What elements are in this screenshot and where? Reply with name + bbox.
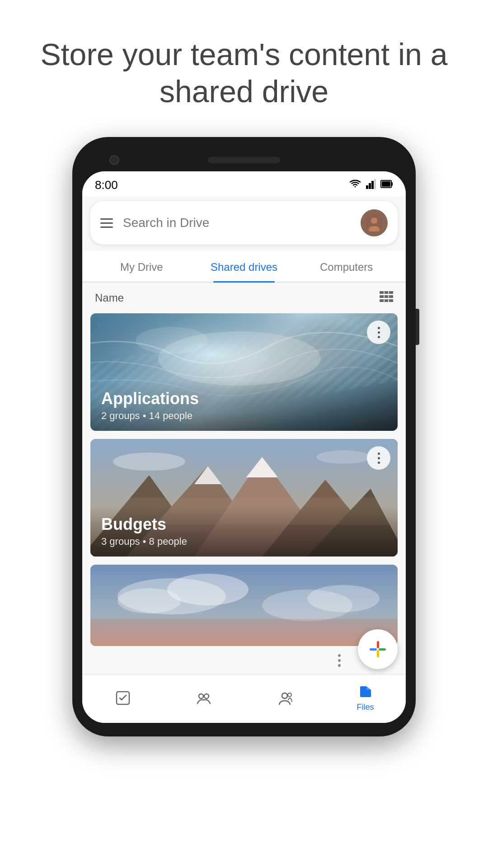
priority-icon [115,690,131,706]
bottom-nav: Files [82,674,406,723]
phone-speaker [208,157,280,163]
svg-point-45 [288,693,291,697]
wifi-icon [349,179,361,191]
phone-top [82,151,406,171]
svg-point-8 [371,217,377,224]
svg-rect-11 [380,295,393,298]
svg-rect-40 [377,650,379,657]
more-options[interactable] [82,654,358,667]
drive-card-applications[interactable]: Applications 2 groups • 14 people [90,313,398,431]
card-subtitle-budgets: 3 groups • 8 people [101,536,387,547]
svg-point-29 [316,450,371,464]
card-title-budgets: Budgets [101,515,387,534]
files-icon [357,684,374,700]
drive-card-budgets[interactable]: Budgets 3 groups • 8 people [90,439,398,557]
card-overlay-budgets: Budgets 3 groups • 8 people [90,506,398,557]
svg-rect-5 [391,182,393,186]
svg-rect-36 [90,619,398,646]
files-nav-label: Files [357,703,374,712]
status-bar: 8:00 [82,171,406,197]
phone-camera [109,155,119,165]
sort-label[interactable]: Name [95,292,124,304]
svg-rect-38 [379,648,386,651]
svg-rect-0 [366,185,368,189]
card-subtitle-applications: 2 groups • 14 people [101,410,387,422]
menu-icon[interactable] [100,218,113,228]
svg-point-28 [113,453,185,471]
tab-my-drive[interactable]: My Drive [90,251,193,282]
status-icons [349,179,393,191]
svg-rect-6 [382,181,390,187]
svg-point-44 [282,693,287,698]
activity-icon [196,690,212,706]
svg-rect-39 [377,641,379,648]
phone-side-button [416,309,419,345]
fab-add-button[interactable] [358,629,398,669]
search-bar[interactable]: Search in Drive [90,201,398,245]
battery-icon [380,179,393,191]
card-overlay-applications: Applications 2 groups • 14 people [90,380,398,431]
nav-item-shared[interactable] [244,690,325,706]
plus-icon [368,639,388,659]
phone-screen: 8:00 [82,171,406,723]
card-title-applications: Applications [101,389,387,408]
nav-item-priority[interactable] [82,690,163,706]
svg-rect-1 [369,183,371,189]
svg-point-33 [117,588,181,613]
avatar[interactable] [361,209,388,236]
promo-text: Store your team's content in a shared dr… [0,0,488,137]
nav-item-activity[interactable] [163,690,244,706]
list-toggle-icon[interactable] [380,291,393,305]
status-time: 8:00 [95,178,118,192]
svg-point-42 [199,694,203,698]
svg-point-43 [204,694,209,698]
card-menu-button-budgets[interactable] [367,446,390,470]
svg-point-17 [136,327,208,354]
tab-shared-drives[interactable]: Shared drives [193,251,296,282]
nav-item-files[interactable]: Files [325,684,406,712]
svg-rect-12 [380,299,393,302]
svg-rect-37 [370,648,377,651]
search-input[interactable]: Search in Drive [123,216,351,230]
name-header: Name [82,283,406,313]
svg-rect-10 [380,291,393,294]
svg-rect-3 [374,179,376,189]
shared-icon [277,690,293,706]
signal-icon [366,179,376,191]
phone-frame: 8:00 [72,137,416,736]
svg-rect-2 [371,181,374,189]
tabs: My Drive Shared drives Computers [82,251,406,283]
tab-computers[interactable]: Computers [295,251,398,282]
drive-card-third[interactable] [90,565,398,646]
svg-point-35 [307,585,380,612]
card-menu-button-applications[interactable] [367,321,390,344]
